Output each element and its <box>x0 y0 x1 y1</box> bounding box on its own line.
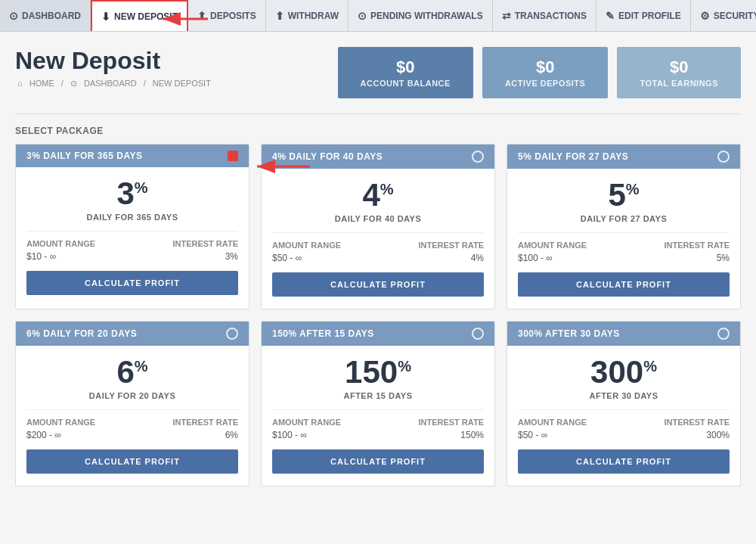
select-package-label: SELECT PACKAGE <box>15 126 741 136</box>
package-3-calculate-btn[interactable]: CALCULATE PROFIT <box>518 272 730 297</box>
pkg6-amount-range-val: $50 - ∞ <box>518 430 547 440</box>
pkg3-interest-rate-label: INTEREST RATE <box>664 241 730 250</box>
package-4-title: 6% DAILY FOR 20 DAYS <box>26 328 137 339</box>
package-card-4[interactable]: 6% DAILY FOR 20 DAYS 6% DAILY FOR 20 DAY… <box>15 321 249 486</box>
pkg2-amount-range-label: AMOUNT RANGE <box>272 241 341 250</box>
pkg4-interest-rate-label: INTEREST RATE <box>172 418 238 427</box>
package-3-radio[interactable] <box>717 151 730 163</box>
breadcrumb: ⌂ HOME / ⊙ DASHBOARD / NEW DEPOSIT <box>15 79 213 89</box>
package-4-body: 6% DAILY FOR 20 DAYS AMOUNT RANGE INTERE… <box>16 346 249 486</box>
package-3-header[interactable]: 5% DAILY FOR 27 DAYS <box>507 145 740 169</box>
stat-account-balance-amount: $0 <box>361 58 451 77</box>
breadcrumb-sep2: / <box>144 79 148 88</box>
package-6-values: $50 - ∞ 300% <box>518 430 730 440</box>
nav-deposits-label: DEPOSITS <box>210 11 256 21</box>
package-5-header[interactable]: 150% AFTER 15 DAYS <box>262 322 494 346</box>
package-1-calculate-btn[interactable]: CALCULATE PROFIT <box>26 271 238 295</box>
nav-dashboard[interactable]: ⊙ DASHBOARD <box>0 0 91 31</box>
security-icon: ⚙ <box>700 10 710 22</box>
package-2-header[interactable]: 4% DAILY FOR 40 DAYS <box>262 145 494 169</box>
nav-security[interactable]: ⚙ SECURITY <box>691 0 756 31</box>
package-card-2[interactable]: 4% DAILY FOR 40 DAYS 4% DAILY FOR 40 DAY… <box>261 144 495 309</box>
package-card-1[interactable]: 3% DAILY FOR 365 DAYS 3% DAILY FOR 365 D… <box>15 144 249 309</box>
package-5-body: 150% AFTER 15 DAYS AMOUNT RANGE INTEREST… <box>262 346 494 486</box>
header-row: New Deposit ⌂ HOME / ⊙ DASHBOARD / NEW D… <box>15 47 741 98</box>
package-4-values: $200 - ∞ 6% <box>26 430 238 440</box>
breadcrumb-sep1: / <box>61 79 66 88</box>
package-5-values: $100 - ∞ 150% <box>272 430 484 440</box>
package-6-calculate-btn[interactable]: CALCULATE PROFIT <box>518 449 730 474</box>
package-4-col-headers: AMOUNT RANGE INTEREST RATE <box>26 418 238 427</box>
package-1-header[interactable]: 3% DAILY FOR 365 DAYS <box>16 145 249 167</box>
nav-transactions-label: TRANSACTIONS <box>515 11 587 21</box>
breadcrumb-current: NEW DEPOSIT <box>153 79 211 88</box>
nav-security-label: SECURITY <box>714 11 756 21</box>
package-6-title: 300% AFTER 30 DAYS <box>518 328 620 339</box>
nav-withdraw[interactable]: ⬆ WITHDRAW <box>266 0 349 31</box>
package-card-3[interactable]: 5% DAILY FOR 27 DAYS 5% DAILY FOR 27 DAY… <box>507 144 741 309</box>
package-4-period: DAILY FOR 20 DAYS <box>26 391 238 400</box>
nav-pending-withdrawals[interactable]: ⊙ PENDING WITHDRAWALS <box>349 0 493 31</box>
dashboard-icon: ⊙ <box>9 10 18 22</box>
pkg2-interest-rate-label: INTEREST RATE <box>418 241 484 250</box>
package-4-header[interactable]: 6% DAILY FOR 20 DAYS <box>16 322 249 346</box>
pkg5-amount-range-label: AMOUNT RANGE <box>272 418 341 427</box>
pkg1-interest-rate-val: 3% <box>225 251 238 262</box>
pkg3-interest-rate-val: 5% <box>717 253 730 263</box>
package-2-radio[interactable] <box>472 151 484 163</box>
package-2-col-headers: AMOUNT RANGE INTEREST RATE <box>272 241 484 250</box>
pkg1-amount-range-val: $10 - ∞ <box>26 251 56 262</box>
nav-pending-label: PENDING WITHDRAWALS <box>370 11 483 21</box>
pkg5-interest-rate-val: 150% <box>460 430 484 440</box>
pkg4-interest-rate-val: 6% <box>225 430 238 440</box>
package-4-radio[interactable] <box>226 328 238 340</box>
pkg2-amount-range-val: $50 - ∞ <box>272 253 302 263</box>
withdraw-icon: ⬆ <box>275 10 284 22</box>
nav-new-deposit[interactable]: ⬇ NEW DEPOSIT <box>91 0 188 31</box>
nav-transactions[interactable]: ⇄ TRANSACTIONS <box>493 0 596 31</box>
package-4-calculate-btn[interactable]: CALCULATE PROFIT <box>26 449 238 474</box>
package-1-radio[interactable] <box>228 151 238 161</box>
package-3-table: AMOUNT RANGE INTEREST RATE $100 - ∞ 5% <box>518 232 730 263</box>
package-1-rate: 3% <box>26 178 238 210</box>
pkg2-interest-rate-val: 4% <box>471 253 484 263</box>
nav-edit-profile-label: EDIT PROFILE <box>618 11 681 21</box>
pkg4-amount-range-label: AMOUNT RANGE <box>26 418 95 427</box>
page-title-section: New Deposit ⌂ HOME / ⊙ DASHBOARD / NEW D… <box>15 47 213 89</box>
package-6-col-headers: AMOUNT RANGE INTEREST RATE <box>518 418 730 427</box>
package-2-calculate-btn[interactable]: CALCULATE PROFIT <box>272 272 484 297</box>
deposits-icon: ⬆ <box>197 10 206 22</box>
nav-dashboard-label: DASHBOARD <box>22 11 81 21</box>
nav-deposits[interactable]: ⬆ DEPOSITS <box>188 0 266 31</box>
nav-new-deposit-label: NEW DEPOSIT <box>114 11 178 22</box>
package-card-6[interactable]: 300% AFTER 30 DAYS 300% AFTER 30 DAYS AM… <box>507 321 741 486</box>
breadcrumb-dashboard-icon: ⊙ <box>70 79 77 88</box>
breadcrumb-dashboard: DASHBOARD <box>84 79 137 88</box>
stat-total-earnings: $0 TOTAL EARNINGS <box>617 47 741 98</box>
package-3-rate: 5% <box>518 179 730 211</box>
package-1-col-headers: AMOUNT RANGE INTEREST RATE <box>26 239 238 248</box>
package-5-calculate-btn[interactable]: CALCULATE PROFIT <box>272 449 484 474</box>
pkg6-interest-rate-label: INTEREST RATE <box>664 418 730 427</box>
pkg3-amount-range-val: $100 - ∞ <box>518 253 553 263</box>
breadcrumb-home-icon: ⌂ <box>17 79 23 88</box>
transactions-icon: ⇄ <box>502 10 511 22</box>
pkg3-amount-range-label: AMOUNT RANGE <box>518 241 587 250</box>
package-2-title: 4% DAILY FOR 40 DAYS <box>272 151 383 162</box>
pending-icon: ⊙ <box>358 10 367 22</box>
nav-edit-profile[interactable]: ✎ EDIT PROFILE <box>596 0 691 31</box>
package-1-table: AMOUNT RANGE INTEREST RATE $10 - ∞ 3% <box>26 231 238 262</box>
package-3-title: 5% DAILY FOR 27 DAYS <box>518 151 628 162</box>
package-card-5[interactable]: 150% AFTER 15 DAYS 150% AFTER 15 DAYS AM… <box>261 321 495 486</box>
package-5-radio[interactable] <box>472 328 484 340</box>
stat-total-earnings-amount: $0 <box>640 58 718 77</box>
navbar: ⊙ DASHBOARD ⬇ NEW DEPOSIT ⬆ DEPOSITS ⬆ W… <box>0 0 756 32</box>
deposit-icon: ⬇ <box>101 11 110 23</box>
package-6-radio[interactable] <box>717 328 730 340</box>
edit-profile-icon: ✎ <box>606 10 615 22</box>
package-6-header[interactable]: 300% AFTER 30 DAYS <box>507 322 740 346</box>
package-3-col-headers: AMOUNT RANGE INTEREST RATE <box>518 241 730 250</box>
pkg1-amount-range-label: AMOUNT RANGE <box>26 239 95 248</box>
package-1-period: DAILY FOR 365 DAYS <box>26 213 238 222</box>
stat-active-deposits-label: ACTIVE DEPOSITS <box>505 79 586 88</box>
